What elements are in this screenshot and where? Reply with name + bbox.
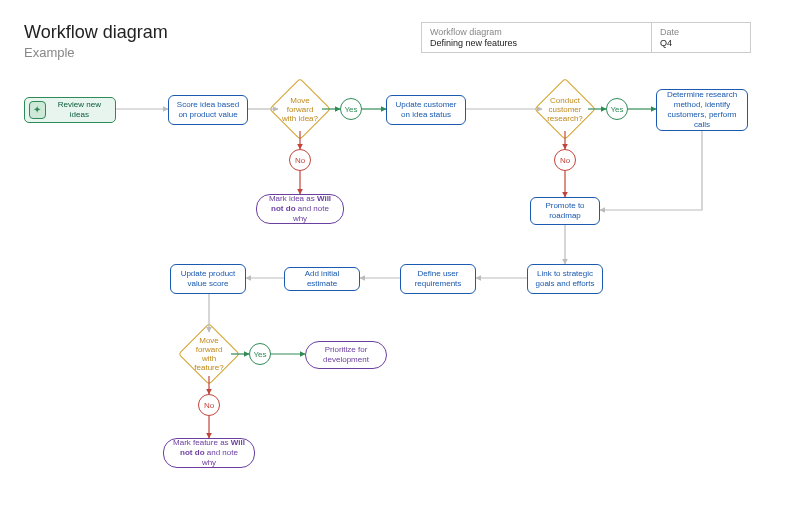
process-node-update-score[interactable]: Update product value score xyxy=(170,264,246,294)
info-panel: Workflow diagram Defining new features D… xyxy=(421,22,751,53)
no-label: No xyxy=(295,156,305,165)
yes-label: Yes xyxy=(344,105,357,114)
decision-outcome-no: No xyxy=(198,394,220,416)
info-value: Defining new features xyxy=(430,38,643,48)
info-col-name: Workflow diagram Defining new features xyxy=(422,23,652,52)
process-node-score-idea[interactable]: Score idea based on product value xyxy=(168,95,248,125)
process-node-promote-roadmap[interactable]: Promote to roadmap xyxy=(530,197,600,225)
page-header: Workflow diagram Example xyxy=(24,22,168,60)
terminal-node-will-not-do-feature[interactable]: Mark feature as Will not do and note why xyxy=(163,438,255,468)
node-label: Score idea based on product value xyxy=(175,100,241,120)
no-label: No xyxy=(560,156,570,165)
node-label: Mark idea as Will not do and note why xyxy=(265,194,335,224)
node-label: Mark feature as Will not do and note why xyxy=(172,438,246,468)
process-node-define-requirements[interactable]: Define user requirements xyxy=(400,264,476,294)
node-label: Review new ideas xyxy=(50,100,109,120)
process-node-link-goals[interactable]: Link to strategic goals and efforts xyxy=(527,264,603,294)
decision-node-conduct-research[interactable]: Conduct customer research? xyxy=(543,87,587,131)
page-title: Workflow diagram xyxy=(24,22,168,43)
decision-node-move-forward-feature[interactable]: Move forward with feature? xyxy=(187,332,231,376)
no-label: No xyxy=(204,401,214,410)
node-label: Define user requirements xyxy=(407,269,469,289)
node-label: Move forward with idea? xyxy=(278,96,322,123)
decision-outcome-yes: Yes xyxy=(606,98,628,120)
terminal-node-will-not-do-idea[interactable]: Mark idea as Will not do and note why xyxy=(256,194,344,224)
info-col-date: Date Q4 xyxy=(652,23,750,52)
node-label: Promote to roadmap xyxy=(537,201,593,221)
process-node-research[interactable]: Determine research method, identify cust… xyxy=(656,89,748,131)
decision-outcome-no: No xyxy=(289,149,311,171)
page-subtitle: Example xyxy=(24,45,168,60)
node-label: Conduct customer research? xyxy=(543,96,587,123)
info-label: Date xyxy=(660,27,742,37)
process-node-update-status[interactable]: Update customer on idea status xyxy=(386,95,466,125)
yes-label: Yes xyxy=(610,105,623,114)
process-node-add-estimate[interactable]: Add initial estimate xyxy=(284,267,360,291)
run-icon: ✦ xyxy=(29,101,46,119)
node-label: Update product value score xyxy=(177,269,239,289)
decision-node-move-forward-idea[interactable]: Move forward with idea? xyxy=(278,87,322,131)
start-node-review-ideas[interactable]: ✦ Review new ideas xyxy=(24,97,116,123)
terminal-node-prioritize[interactable]: Prioritize for development xyxy=(305,341,387,369)
node-label: Update customer on idea status xyxy=(393,100,459,120)
node-label: Move forward with feature? xyxy=(187,336,231,372)
info-label: Workflow diagram xyxy=(430,27,643,37)
decision-outcome-yes: Yes xyxy=(340,98,362,120)
decision-outcome-no: No xyxy=(554,149,576,171)
node-label: Add initial estimate xyxy=(291,269,353,289)
info-value: Q4 xyxy=(660,38,742,48)
node-label: Prioritize for development xyxy=(314,345,378,365)
node-label: Determine research method, identify cust… xyxy=(663,90,741,130)
yes-label: Yes xyxy=(253,350,266,359)
node-label: Link to strategic goals and efforts xyxy=(534,269,596,289)
flowchart-edges xyxy=(0,0,800,524)
decision-outcome-yes: Yes xyxy=(249,343,271,365)
